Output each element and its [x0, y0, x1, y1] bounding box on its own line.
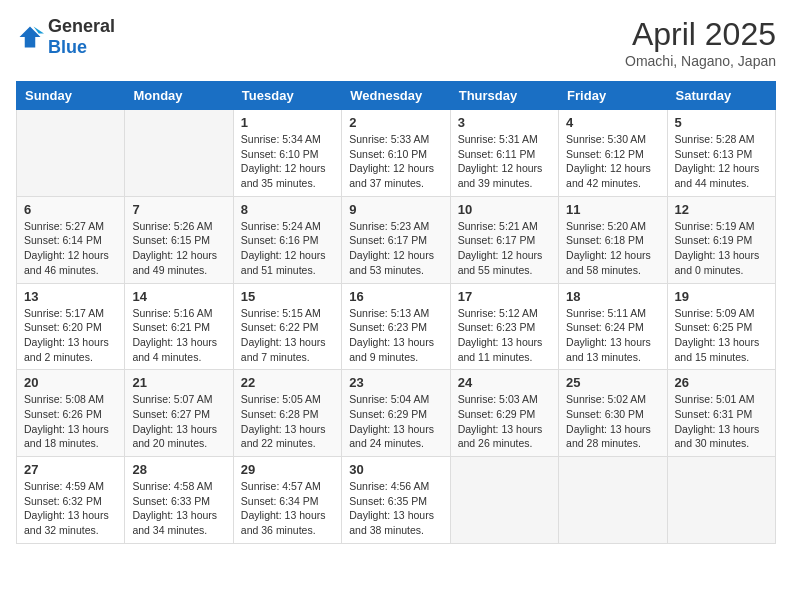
day-number: 10: [458, 202, 551, 217]
calendar-cell: 28Sunrise: 4:58 AM Sunset: 6:33 PM Dayli…: [125, 457, 233, 544]
day-info: Sunrise: 5:07 AM Sunset: 6:27 PM Dayligh…: [132, 392, 225, 451]
logo: General Blue: [16, 16, 115, 58]
calendar-cell: 24Sunrise: 5:03 AM Sunset: 6:29 PM Dayli…: [450, 370, 558, 457]
calendar-cell: 9Sunrise: 5:23 AM Sunset: 6:17 PM Daylig…: [342, 196, 450, 283]
calendar-cell: [559, 457, 667, 544]
logo-text: General Blue: [48, 16, 115, 58]
week-row-4: 20Sunrise: 5:08 AM Sunset: 6:26 PM Dayli…: [17, 370, 776, 457]
day-info: Sunrise: 5:04 AM Sunset: 6:29 PM Dayligh…: [349, 392, 442, 451]
day-info: Sunrise: 5:09 AM Sunset: 6:25 PM Dayligh…: [675, 306, 768, 365]
day-number: 14: [132, 289, 225, 304]
calendar-cell: 20Sunrise: 5:08 AM Sunset: 6:26 PM Dayli…: [17, 370, 125, 457]
day-number: 29: [241, 462, 334, 477]
day-number: 16: [349, 289, 442, 304]
day-number: 4: [566, 115, 659, 130]
day-info: Sunrise: 4:59 AM Sunset: 6:32 PM Dayligh…: [24, 479, 117, 538]
calendar-cell: 23Sunrise: 5:04 AM Sunset: 6:29 PM Dayli…: [342, 370, 450, 457]
calendar-cell: 13Sunrise: 5:17 AM Sunset: 6:20 PM Dayli…: [17, 283, 125, 370]
day-info: Sunrise: 5:21 AM Sunset: 6:17 PM Dayligh…: [458, 219, 551, 278]
day-number: 18: [566, 289, 659, 304]
weekday-header-sunday: Sunday: [17, 82, 125, 110]
day-info: Sunrise: 5:31 AM Sunset: 6:11 PM Dayligh…: [458, 132, 551, 191]
calendar-cell: 10Sunrise: 5:21 AM Sunset: 6:17 PM Dayli…: [450, 196, 558, 283]
day-number: 12: [675, 202, 768, 217]
day-info: Sunrise: 5:33 AM Sunset: 6:10 PM Dayligh…: [349, 132, 442, 191]
day-info: Sunrise: 5:24 AM Sunset: 6:16 PM Dayligh…: [241, 219, 334, 278]
day-number: 2: [349, 115, 442, 130]
day-info: Sunrise: 5:26 AM Sunset: 6:15 PM Dayligh…: [132, 219, 225, 278]
day-info: Sunrise: 5:17 AM Sunset: 6:20 PM Dayligh…: [24, 306, 117, 365]
calendar-cell: 11Sunrise: 5:20 AM Sunset: 6:18 PM Dayli…: [559, 196, 667, 283]
day-number: 30: [349, 462, 442, 477]
day-info: Sunrise: 5:08 AM Sunset: 6:26 PM Dayligh…: [24, 392, 117, 451]
day-info: Sunrise: 5:20 AM Sunset: 6:18 PM Dayligh…: [566, 219, 659, 278]
weekday-header-thursday: Thursday: [450, 82, 558, 110]
logo-blue: Blue: [48, 37, 87, 57]
day-number: 6: [24, 202, 117, 217]
calendar-cell: 7Sunrise: 5:26 AM Sunset: 6:15 PM Daylig…: [125, 196, 233, 283]
day-info: Sunrise: 5:02 AM Sunset: 6:30 PM Dayligh…: [566, 392, 659, 451]
calendar-cell: 1Sunrise: 5:34 AM Sunset: 6:10 PM Daylig…: [233, 110, 341, 197]
calendar-cell: 3Sunrise: 5:31 AM Sunset: 6:11 PM Daylig…: [450, 110, 558, 197]
calendar-table: SundayMondayTuesdayWednesdayThursdayFrid…: [16, 81, 776, 544]
day-info: Sunrise: 5:01 AM Sunset: 6:31 PM Dayligh…: [675, 392, 768, 451]
calendar-cell: 4Sunrise: 5:30 AM Sunset: 6:12 PM Daylig…: [559, 110, 667, 197]
day-number: 13: [24, 289, 117, 304]
day-info: Sunrise: 5:28 AM Sunset: 6:13 PM Dayligh…: [675, 132, 768, 191]
day-info: Sunrise: 5:12 AM Sunset: 6:23 PM Dayligh…: [458, 306, 551, 365]
title-area: April 2025 Omachi, Nagano, Japan: [625, 16, 776, 69]
day-info: Sunrise: 5:11 AM Sunset: 6:24 PM Dayligh…: [566, 306, 659, 365]
calendar-cell: 18Sunrise: 5:11 AM Sunset: 6:24 PM Dayli…: [559, 283, 667, 370]
day-info: Sunrise: 5:30 AM Sunset: 6:12 PM Dayligh…: [566, 132, 659, 191]
day-info: Sunrise: 4:56 AM Sunset: 6:35 PM Dayligh…: [349, 479, 442, 538]
weekday-header-tuesday: Tuesday: [233, 82, 341, 110]
day-number: 8: [241, 202, 334, 217]
day-info: Sunrise: 5:15 AM Sunset: 6:22 PM Dayligh…: [241, 306, 334, 365]
logo-icon: [16, 23, 44, 51]
weekday-header-friday: Friday: [559, 82, 667, 110]
day-number: 17: [458, 289, 551, 304]
calendar-cell: 15Sunrise: 5:15 AM Sunset: 6:22 PM Dayli…: [233, 283, 341, 370]
calendar-cell: 19Sunrise: 5:09 AM Sunset: 6:25 PM Dayli…: [667, 283, 775, 370]
week-row-1: 1Sunrise: 5:34 AM Sunset: 6:10 PM Daylig…: [17, 110, 776, 197]
day-number: 25: [566, 375, 659, 390]
calendar-cell: 14Sunrise: 5:16 AM Sunset: 6:21 PM Dayli…: [125, 283, 233, 370]
week-row-2: 6Sunrise: 5:27 AM Sunset: 6:14 PM Daylig…: [17, 196, 776, 283]
day-info: Sunrise: 5:23 AM Sunset: 6:17 PM Dayligh…: [349, 219, 442, 278]
calendar-cell: 29Sunrise: 4:57 AM Sunset: 6:34 PM Dayli…: [233, 457, 341, 544]
day-info: Sunrise: 4:57 AM Sunset: 6:34 PM Dayligh…: [241, 479, 334, 538]
week-row-5: 27Sunrise: 4:59 AM Sunset: 6:32 PM Dayli…: [17, 457, 776, 544]
calendar-cell: 21Sunrise: 5:07 AM Sunset: 6:27 PM Dayli…: [125, 370, 233, 457]
day-number: 24: [458, 375, 551, 390]
day-info: Sunrise: 5:16 AM Sunset: 6:21 PM Dayligh…: [132, 306, 225, 365]
calendar-cell: [450, 457, 558, 544]
calendar-cell: 6Sunrise: 5:27 AM Sunset: 6:14 PM Daylig…: [17, 196, 125, 283]
calendar-cell: 12Sunrise: 5:19 AM Sunset: 6:19 PM Dayli…: [667, 196, 775, 283]
day-number: 1: [241, 115, 334, 130]
day-number: 23: [349, 375, 442, 390]
logo-general: General: [48, 16, 115, 36]
day-info: Sunrise: 5:05 AM Sunset: 6:28 PM Dayligh…: [241, 392, 334, 451]
weekday-header-monday: Monday: [125, 82, 233, 110]
month-title: April 2025: [625, 16, 776, 53]
calendar-cell: 22Sunrise: 5:05 AM Sunset: 6:28 PM Dayli…: [233, 370, 341, 457]
weekday-header-row: SundayMondayTuesdayWednesdayThursdayFrid…: [17, 82, 776, 110]
calendar-cell: 30Sunrise: 4:56 AM Sunset: 6:35 PM Dayli…: [342, 457, 450, 544]
day-info: Sunrise: 4:58 AM Sunset: 6:33 PM Dayligh…: [132, 479, 225, 538]
week-row-3: 13Sunrise: 5:17 AM Sunset: 6:20 PM Dayli…: [17, 283, 776, 370]
calendar-cell: 26Sunrise: 5:01 AM Sunset: 6:31 PM Dayli…: [667, 370, 775, 457]
day-info: Sunrise: 5:27 AM Sunset: 6:14 PM Dayligh…: [24, 219, 117, 278]
calendar-cell: [667, 457, 775, 544]
day-number: 22: [241, 375, 334, 390]
day-info: Sunrise: 5:13 AM Sunset: 6:23 PM Dayligh…: [349, 306, 442, 365]
calendar-cell: 16Sunrise: 5:13 AM Sunset: 6:23 PM Dayli…: [342, 283, 450, 370]
day-number: 15: [241, 289, 334, 304]
day-number: 7: [132, 202, 225, 217]
day-number: 9: [349, 202, 442, 217]
calendar-cell: 5Sunrise: 5:28 AM Sunset: 6:13 PM Daylig…: [667, 110, 775, 197]
calendar-cell: 2Sunrise: 5:33 AM Sunset: 6:10 PM Daylig…: [342, 110, 450, 197]
day-number: 27: [24, 462, 117, 477]
weekday-header-saturday: Saturday: [667, 82, 775, 110]
day-number: 3: [458, 115, 551, 130]
calendar-cell: 27Sunrise: 4:59 AM Sunset: 6:32 PM Dayli…: [17, 457, 125, 544]
